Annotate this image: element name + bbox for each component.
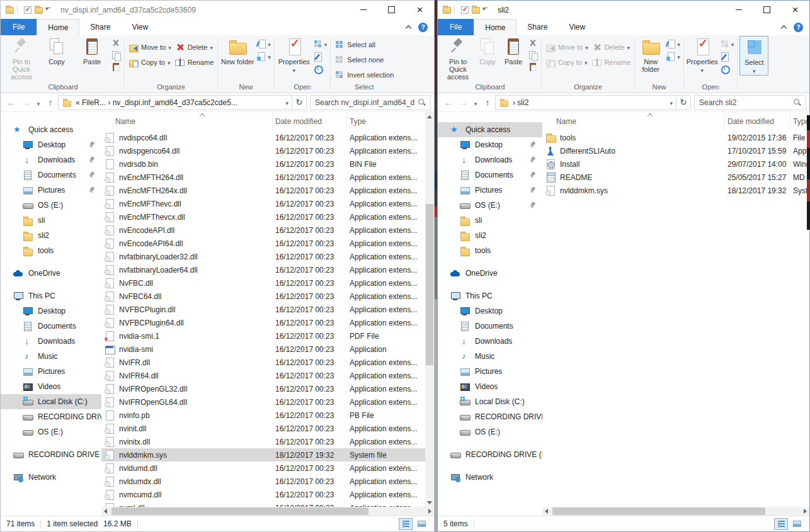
sidebar-item-pictures[interactable]: Pictures (438, 183, 542, 198)
vertical-scrollbar[interactable] (425, 112, 434, 507)
sidebar-item-os-e[interactable]: OS (E:) (438, 424, 542, 439)
maximize-button[interactable] (753, 1, 781, 19)
paste-shortcut-icon[interactable] (111, 62, 121, 72)
rename-button[interactable]: Rename (173, 56, 216, 69)
back-button[interactable] (441, 98, 456, 108)
file-row-nvencmfth264x-dll[interactable]: nvEncMFTH264x.dll 16/12/2017 00:23 Appli… (101, 184, 434, 197)
sidebar-item-this-pc[interactable]: This PC (1, 288, 101, 303)
sidebar-item-downloads[interactable]: Downloads (438, 152, 542, 167)
sidebar-item-quick-access[interactable]: Quick access (1, 122, 101, 137)
horizontal-scrollbar[interactable] (542, 507, 809, 516)
customize-toolbar-chevron-icon[interactable] (45, 7, 52, 13)
move-to-button[interactable]: Move to (544, 41, 590, 54)
file-menu-button[interactable]: File (1, 19, 37, 35)
easy-access-button[interactable] (256, 38, 271, 49)
sidebar-item-documents[interactable]: Documents (1, 167, 101, 183)
file-row-nvencodeapi-dll[interactable]: nvEncodeAPI.dll 16/12/2017 00:23 Applica… (101, 224, 434, 237)
file-row-nvlddmkm-sys[interactable]: nvlddmkm.sys 18/12/2017 19:32 System fil… (101, 448, 434, 461)
edit-button[interactable] (313, 51, 328, 62)
new-folder-quick-icon[interactable] (35, 7, 43, 14)
details-view-button[interactable] (399, 518, 413, 530)
copy-button[interactable]: Copy (475, 36, 500, 65)
sidebar-item-videos[interactable]: Videos (1, 379, 101, 394)
tab-view[interactable]: View (121, 19, 159, 35)
tab-share[interactable]: Share (516, 19, 558, 35)
paste-button[interactable]: Paste (74, 36, 110, 65)
properties-button[interactable]: Properties (686, 36, 719, 74)
help-icon[interactable]: ? (418, 23, 428, 32)
back-button[interactable] (4, 98, 19, 108)
history-button[interactable] (313, 64, 328, 74)
new-folder-quick-icon[interactable] (472, 7, 480, 14)
select-button[interactable]: Select (739, 36, 768, 76)
file-row-nvinitx-dll[interactable]: nvinitx.dll 16/12/2017 00:23 Application… (101, 435, 434, 448)
up-button[interactable] (43, 98, 58, 108)
sidebar-item-network[interactable]: Network (1, 470, 101, 485)
cut-icon[interactable] (111, 38, 121, 48)
forward-button[interactable] (19, 98, 34, 108)
pin-to-quick-access-button[interactable]: Pin to Quick access (4, 36, 39, 81)
refresh-icon[interactable] (676, 95, 691, 110)
sidebar-item-desktop[interactable]: Desktop (1, 137, 101, 152)
properties-quick-icon[interactable] (461, 6, 469, 14)
sidebar-item-local-disk-c[interactable]: Local Disk (C:) (1, 394, 101, 409)
title-bar[interactable]: sli2 (438, 1, 809, 19)
tab-view[interactable]: View (558, 19, 596, 35)
sidebar-item-os-e[interactable]: OS (E:) (438, 198, 542, 213)
file-row-nvdispgenco64-dll[interactable]: nvdispgenco64.dll 16/12/2017 00:23 Appli… (101, 144, 434, 157)
sidebar-item-tools[interactable]: tools (438, 243, 542, 258)
column-header-name[interactable]: Name (101, 112, 273, 131)
sidebar-item-pictures[interactable]: Pictures (438, 364, 542, 379)
sidebar-item-downloads[interactable]: Downloads (1, 152, 101, 167)
address-dropdown-icon[interactable] (285, 98, 288, 107)
sidebar-item-sli2[interactable]: sli2 (1, 228, 101, 243)
sidebar-item-onedrive[interactable]: OneDrive (438, 266, 542, 281)
close-button[interactable] (406, 1, 434, 19)
sidebar-item-sli[interactable]: sli (1, 213, 101, 228)
paste-shortcut-icon[interactable] (528, 62, 538, 72)
sidebar-item-recording-drive-d[interactable]: RECORDING DRIVE (D (1, 447, 101, 462)
properties-button[interactable]: Properties (277, 36, 312, 74)
sidebar-item-quick-access[interactable]: Quick access (438, 122, 542, 137)
file-row-nvfbc64-dll[interactable]: NvFBC64.dll 16/12/2017 00:23 Application… (101, 290, 434, 303)
edit-button[interactable] (720, 51, 734, 62)
breadcrumb[interactable]: › sli2 (513, 98, 666, 107)
file-row-nvifr-dll[interactable]: NvIFR.dll 16/12/2017 00:23 Application e… (101, 356, 434, 369)
sidebar-item-documents[interactable]: Documents (438, 319, 542, 334)
file-row-nvinfo-pb[interactable]: nvinfo.pb 16/12/2017 00:23 PB File (101, 409, 434, 422)
delete-button[interactable]: Delete (590, 41, 633, 54)
sidebar-item-network[interactable]: Network (438, 470, 542, 485)
file-row-nvencmfthevc-dll[interactable]: nvEncMFThevc.dll 16/12/2017 00:23 Applic… (101, 197, 434, 210)
select-none-button[interactable]: Select none (333, 54, 396, 66)
column-header-date-modified[interactable]: Date modified (273, 112, 347, 131)
horizontal-scrollbar[interactable] (101, 507, 434, 516)
file-row-install[interactable]: Install 29/07/2017 14:00 Windo (542, 157, 809, 171)
file-row-nvfbc-dll[interactable]: NvFBC.dll 16/12/2017 00:23 Application e… (101, 276, 434, 290)
collapse-ribbon-icon[interactable] (781, 25, 787, 31)
history-button[interactable] (720, 64, 734, 74)
collapse-ribbon-icon[interactable] (406, 25, 412, 31)
sidebar-item-recording-drive[interactable]: RECORDING DRIVE (1, 409, 101, 424)
sidebar-item-documents[interactable]: Documents (438, 167, 542, 183)
select-all-button[interactable]: Select all (333, 38, 396, 51)
breadcrumb[interactable]: « FileR... › nv_dispi.inf_amd64_d37ca5c2… (76, 98, 282, 107)
tab-home[interactable]: Home (37, 19, 79, 35)
address-dropdown-icon[interactable] (670, 98, 673, 107)
sidebar-item-desktop[interactable]: Desktop (438, 303, 542, 319)
recent-locations-icon[interactable] (34, 98, 43, 108)
title-bar[interactable]: nv_dispi.inf_amd64_d37ca5c2cde53609 (1, 1, 434, 19)
scroll-left-icon[interactable] (542, 507, 551, 516)
new-folder-button[interactable]: New folder (637, 36, 665, 73)
maximize-button[interactable] (377, 1, 406, 19)
file-row-nvifropengl32-dll[interactable]: NvIFROpenGL32.dll 16/12/2017 00:23 Appli… (101, 382, 434, 395)
column-header-name[interactable]: Name (542, 112, 725, 131)
file-row-nvldumd-dll[interactable]: nvldumd.dll 16/12/2017 00:23 Application… (101, 461, 434, 475)
file-row-nvfbcplugin64-dll[interactable]: NVFBCPlugin64.dll 16/12/2017 00:23 Appli… (101, 316, 434, 329)
help-icon[interactable]: ? (794, 23, 803, 32)
file-row-nvencodeapi64-dll[interactable]: nvEncodeAPI64.dll 16/12/2017 00:23 Appli… (101, 237, 434, 250)
column-header-date-modified[interactable]: Date modified (725, 112, 790, 131)
sidebar-item-music[interactable]: Music (438, 349, 542, 364)
search-box[interactable]: Search sli2 (694, 95, 806, 110)
sidebar-item-local-disk-c[interactable]: Local Disk (C:) (438, 394, 542, 409)
scrollbar-thumb[interactable] (111, 507, 368, 515)
